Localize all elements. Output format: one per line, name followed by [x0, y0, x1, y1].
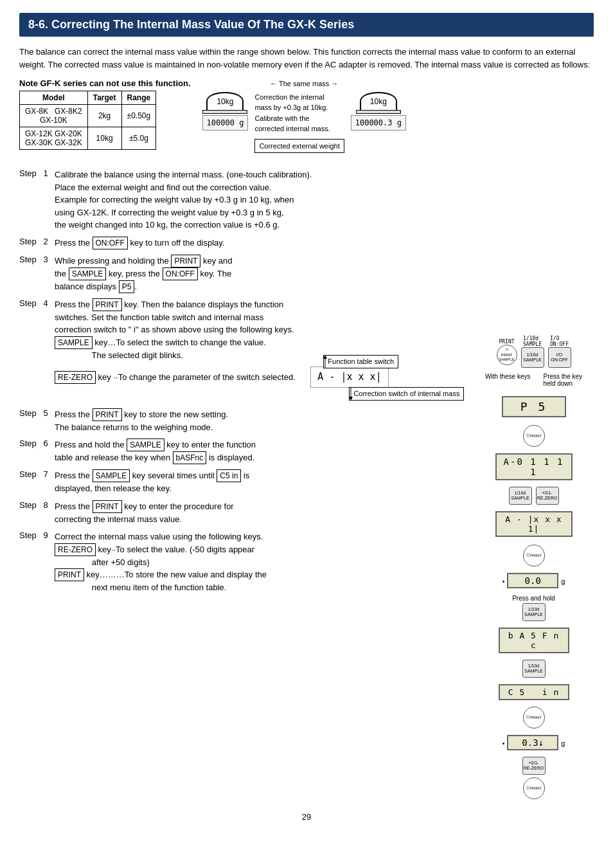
target-cell: 2kg	[87, 105, 121, 127]
same-mass-label: ← The same mass →	[270, 78, 338, 89]
step-content-4: Press the PRINT key. Then the balance di…	[55, 298, 468, 403]
print-key-s5-panel: ☉PRINT	[523, 545, 545, 566]
switch-code-display: A - |x x x|	[310, 366, 388, 388]
a01111-display: A-0 1 1 1 1	[495, 453, 573, 480]
sample-key-s3: SAMPLE	[69, 267, 107, 280]
rezero-key-s4: RE-ZERO	[55, 371, 96, 384]
step-content-3: While pressing and holding the PRINT key…	[55, 255, 468, 293]
sample-key-s7-panel: 1/10dSAMPLE	[522, 660, 546, 678]
step-label-5: Step 5	[19, 408, 55, 418]
step-content-5: Press the PRINT key to store the new set…	[55, 408, 468, 434]
model-cell: GX-8K GX-8K2GX-10K	[20, 105, 88, 127]
step-label-9: Step 9	[19, 530, 55, 540]
p5-panel: P 5	[502, 396, 566, 417]
rezero-key-s9: RE-ZERO	[55, 543, 96, 556]
zero-display: • 0.0 g	[502, 573, 565, 588]
page-title: 8-6. Correcting The Internal Mass Value …	[19, 13, 594, 37]
step-content-1: Calibrate the balance using the internal…	[55, 168, 468, 231]
col-header-target: Target	[87, 91, 121, 105]
sample-key-s7: SAMPLE	[93, 469, 130, 482]
press-hold-label: Press and hold 1/10dSAMPLE	[512, 595, 555, 621]
model-table: Model Target Range GX-8K GX-8K2GX-10K 2k…	[19, 91, 156, 150]
step-label-7: Step 7	[19, 469, 55, 479]
print-key-s4-panel: ☉PRINT	[523, 425, 545, 447]
step-2: Step 2 Press the ON:OFF key to turn off …	[19, 237, 468, 249]
table-row: GX-12K GX-20KGX-30K GX-32K 10kg ±5.0g	[20, 127, 156, 150]
step-content-7: Press the SAMPLE key several times until…	[55, 469, 468, 495]
step-content-2: Press the ON:OFF key to turn off the dis…	[55, 237, 468, 249]
page-number: 29	[19, 812, 594, 822]
steps-section: Step 1 Calibrate the balance using the i…	[19, 168, 468, 594]
step-label-1: Step 1	[19, 168, 55, 178]
print-key-s3: PRINT	[171, 255, 200, 267]
table-row: GX-8K GX-8K2GX-10K 2kg ±0.50g	[20, 105, 156, 127]
step-content-8: Press the PRINT key to enter the procedu…	[55, 500, 468, 526]
keys-description: With these keys Press the keyheld down	[485, 373, 582, 387]
note-label: Note GF-K series can not use this functi…	[19, 78, 191, 88]
axxxl-display: A - |x x x 1|	[495, 511, 573, 537]
correction-text: Correction the internalmass by +0.3g at …	[254, 92, 344, 134]
col-header-range: Range	[121, 91, 156, 105]
sample-rezero-keys: 1/10dSAMPLE +0/1-RE-ZERO	[509, 487, 559, 505]
display-box-1: 100000 g	[202, 115, 249, 131]
weight-box-1: 10kg	[206, 92, 244, 110]
print-key-s5: PRINT	[93, 408, 122, 421]
step-5: Step 5 Press the PRINT key to store the …	[19, 408, 468, 434]
print-key-s8-panel: ☉PRINT	[523, 707, 545, 728]
range-cell: ±5.0g	[121, 127, 156, 150]
onoff-key-icon: I/OON:OFF	[548, 347, 571, 368]
step-label-8: Step 8	[19, 500, 55, 510]
print-key-icon: ☉PRINTSAMPLE	[497, 345, 517, 365]
step-8: Step 8 Press the PRINT key to enter the …	[19, 500, 468, 526]
sample-key-s4: SAMPLE	[55, 336, 93, 349]
on-off-key: ON:OFF	[93, 237, 128, 249]
step-1: Step 1 Calibrate the balance using the i…	[19, 168, 468, 231]
val-display: • 0.3↓ g	[502, 735, 565, 750]
print-key-s8: PRINT	[93, 500, 122, 513]
print-key-s4: PRINT	[93, 298, 122, 311]
function-table-switch-label: Function table switch	[323, 355, 398, 368]
c5in-display: C5 in	[217, 469, 241, 482]
model-cell: GX-12K GX-20KGX-30K GX-32K	[20, 127, 88, 150]
basfnc-display: bASFnc	[173, 451, 207, 464]
weight-box-2: 10kg	[360, 92, 397, 110]
step-content-9: Correct the internal mass value using th…	[55, 530, 468, 594]
display-box-2: 100000.3 g	[351, 115, 406, 131]
p5-display: P5	[119, 280, 135, 293]
col-header-model: Model	[20, 91, 88, 105]
step-content-6: Press and hold the SAMPLE key to enter t…	[55, 439, 468, 464]
step-6: Step 6 Press and hold the SAMPLE key to …	[19, 439, 468, 464]
sample-key-icon: 1/10dSAMPLE	[521, 347, 544, 368]
step-9: Step 9 Correct the internal mass value u…	[19, 530, 468, 594]
target-cell: 10kg	[87, 127, 121, 150]
step-label-6: Step 6	[19, 439, 55, 448]
right-panel: PRINT ☉PRINTSAMPLE 1/10dSAMPLE 1/10dSAMP…	[468, 162, 594, 799]
correction-switch-label: Correction switch of internal mass	[349, 387, 464, 401]
range-cell: ±0.50g	[121, 105, 156, 127]
step-label-3: Step 3	[19, 255, 55, 264]
intro-paragraph: The balance can correct the internal mas…	[19, 46, 594, 71]
sample-key-s6: SAMPLE	[127, 439, 164, 451]
rezero-print-keys-s9: +0/1-RE-ZERO ☉PRINT	[522, 757, 546, 799]
step-label-4: Step 4	[19, 298, 55, 308]
c5in-panel: C 5 i n	[499, 684, 569, 700]
corrected-external-box: Corrected external weight	[254, 139, 344, 154]
basfnc-panel: b A 5 F n c	[499, 628, 569, 653]
step-7: Step 7 Press the SAMPLE key several time…	[19, 469, 468, 495]
step-3: Step 3 While pressing and holding the PR…	[19, 255, 468, 293]
step-4: Step 4 Press the PRINT key. Then the bal…	[19, 298, 468, 403]
print-key-s9: PRINT	[55, 568, 84, 581]
step-label-2: Step 2	[19, 237, 55, 246]
onoff-key-s3: ON:OFF	[163, 267, 198, 280]
